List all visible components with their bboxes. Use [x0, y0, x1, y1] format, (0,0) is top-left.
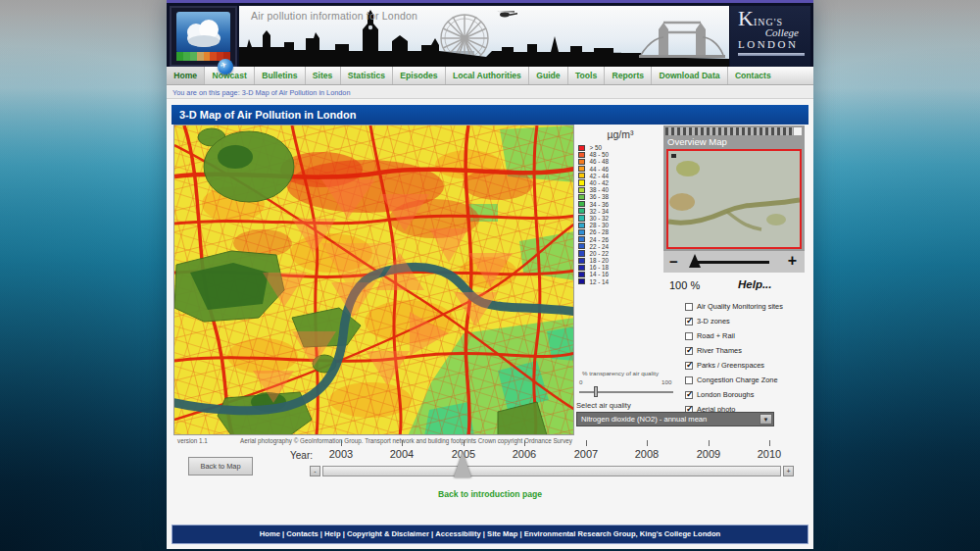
main-nav: Home Nowcast Bulletins Sites Statistics …: [167, 67, 813, 85]
checkbox[interactable]: [685, 303, 693, 311]
year-2009: 2009: [687, 448, 730, 460]
legend-swatch: [578, 258, 585, 264]
checkbox[interactable]: [685, 332, 693, 340]
legend-swatch: [578, 236, 585, 242]
checkbox[interactable]: [685, 391, 693, 399]
nav-episodes[interactable]: Episodes: [393, 67, 446, 84]
year-slider-thumb[interactable]: [454, 452, 471, 477]
pollution-map-graphic: [174, 125, 574, 435]
zoom-in-button[interactable]: +: [788, 252, 797, 270]
footer-erg-text: Environmental Research Group, King's Col…: [524, 529, 721, 538]
year-2007: 2007: [564, 448, 608, 460]
nav-bulletins[interactable]: Bulletins: [255, 67, 306, 84]
overview-map-panel: Overview Map −: [663, 125, 805, 273]
nav-contacts[interactable]: Contacts: [728, 67, 778, 84]
legend-title: µg/m³: [578, 128, 662, 140]
year-label: Year:: [290, 450, 313, 461]
zoom-percent-value: 100 %: [669, 279, 700, 291]
footer-link-sitemap[interactable]: Site Map: [487, 529, 524, 538]
legend-swatch: [578, 166, 585, 172]
chevron-down-icon[interactable]: ▼: [760, 414, 772, 425]
layer-air-quality-monitoring-sites[interactable]: Air Quality Monitoring sites: [685, 300, 783, 313]
site-header: Air pollution information for London ✈ K…: [167, 0, 813, 67]
checkbox[interactable]: [685, 347, 693, 355]
legend-swatch: [578, 187, 585, 193]
layer-river-thames[interactable]: River Thames: [685, 344, 742, 357]
year-tick: [647, 440, 648, 446]
nav-sites[interactable]: Sites: [306, 67, 341, 84]
zoom-slider-track[interactable]: [693, 261, 769, 264]
map-version: version 1.1: [177, 437, 208, 444]
year-slider-track[interactable]: [322, 466, 781, 476]
year-2006: 2006: [503, 448, 546, 460]
kings-college-london-logo: KING'S College LONDON: [730, 6, 810, 67]
legend-swatch: [578, 159, 585, 165]
tower-bridge-icon: [639, 23, 725, 58]
layer-3d-zones[interactable]: 3-D zones: [685, 315, 730, 327]
overview-map-thumbnail[interactable]: [666, 149, 802, 249]
air-quality-select[interactable]: Nitrogen dioxide (NO2) - annual mean ▼: [576, 412, 774, 426]
panel-close-button[interactable]: [794, 127, 802, 135]
checkbox[interactable]: [685, 362, 693, 370]
map-attribution: Aerial photography © GeoInformation Grou…: [240, 437, 572, 444]
back-to-map-button[interactable]: Back to Map: [188, 457, 253, 476]
footer-link-accessibility[interactable]: Accessibility: [435, 529, 487, 538]
nav-reports[interactable]: Reports: [605, 67, 652, 84]
footer-link-copyright[interactable]: Copyright & Disclaimer: [347, 529, 435, 538]
footer-link-home[interactable]: Home: [260, 529, 286, 538]
page-title: 3-D Map of Air Pollution in London: [172, 105, 808, 125]
help-link[interactable]: Help...: [738, 278, 772, 290]
year-step-back-button[interactable]: -: [310, 466, 320, 476]
legend-swatch: [578, 250, 585, 256]
checkbox[interactable]: [685, 376, 693, 384]
transparency-max: 100: [662, 378, 671, 385]
plane-globe-icon: ✈: [218, 59, 233, 75]
londonair-logo[interactable]: [170, 6, 237, 67]
legend-swatch: [578, 208, 585, 214]
site-footer: HomeContactsHelpCopyright & DisclaimerAc…: [172, 525, 808, 544]
legend-swatch: [578, 152, 585, 158]
year-tick: [402, 440, 403, 446]
nav-home[interactable]: Home: [167, 67, 205, 84]
zoom-out-button[interactable]: −: [669, 253, 678, 270]
year-tick: [769, 440, 770, 446]
layer-congestion-charge-zone[interactable]: Congestion Charge Zone: [685, 374, 778, 386]
year-tick: [341, 440, 342, 446]
pollution-map[interactable]: [173, 125, 574, 435]
cloud-icon: [176, 12, 230, 53]
nav-tools[interactable]: Tools: [568, 67, 606, 84]
layer-london-boroughs[interactable]: London Boroughs: [685, 388, 754, 401]
legend-swatch: [578, 265, 585, 271]
checkbox[interactable]: [685, 318, 693, 326]
nav-guide[interactable]: Guide: [529, 67, 568, 84]
legend-swatch: [578, 272, 585, 277]
overview-map-title: Overview Map: [667, 136, 727, 147]
nav-download-data[interactable]: Download Data: [652, 67, 727, 84]
legend-swatch: [578, 278, 585, 284]
transparency-slider-thumb[interactable]: [594, 386, 598, 397]
londonair-page: Air pollution information for London ✈ K…: [167, 0, 813, 549]
transparency-min: 0: [579, 378, 582, 385]
layer-road-rail[interactable]: Road + Rail: [685, 329, 735, 342]
legend-swatch: [578, 179, 585, 185]
transparency-label: % transparency of air quality: [582, 370, 659, 376]
nav-local-authorities[interactable]: Local Authorities: [446, 67, 529, 84]
year-2010: 2010: [748, 448, 791, 460]
layer-parks-greenspaces[interactable]: Parks / Greenspaces: [685, 359, 764, 372]
legend-swatch: [578, 194, 585, 200]
zoom-slider-thumb[interactable]: [689, 254, 701, 268]
overview-zoom-bar: − +: [663, 251, 805, 273]
panel-drag-handle[interactable]: [665, 127, 793, 135]
back-to-introduction-link[interactable]: Back to introduction page: [167, 489, 813, 499]
year-step-forward-button[interactable]: +: [783, 466, 794, 476]
year-tick: [709, 440, 710, 446]
year-2008: 2008: [625, 448, 668, 460]
year-2003: 2003: [319, 448, 363, 460]
year-tick: [464, 440, 465, 446]
breadcrumb: You are on this page: 3-D Map of Air Pol…: [167, 86, 813, 99]
nav-statistics[interactable]: Statistics: [341, 67, 394, 84]
transparency-slider-track[interactable]: [579, 391, 673, 393]
footer-link-contacts[interactable]: Contacts: [286, 529, 324, 538]
footer-link-help[interactable]: Help: [324, 529, 347, 538]
legend-swatch: [578, 243, 585, 249]
